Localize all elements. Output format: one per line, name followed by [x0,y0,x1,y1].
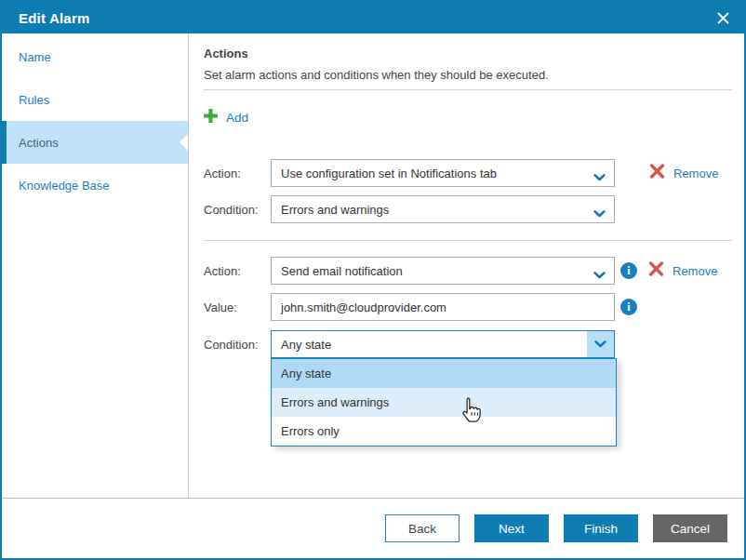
action-dropdown-1[interactable]: Use configuration set in Notifications t… [271,159,615,187]
remove-label: Remove [673,264,717,278]
value-input[interactable] [271,293,615,321]
sidebar-item-label: Rules [19,93,49,107]
option-label: Any state [281,367,331,380]
separator [204,240,732,241]
condition-row-1: Condition: Errors and warnings [204,195,732,223]
next-button[interactable]: Next [474,514,549,542]
condition-dropdown-1[interactable]: Errors and warnings [271,195,615,223]
remove-label: Remove [673,167,718,180]
action-label: Action: [204,167,271,180]
remove-action-2-button[interactable]: Remove [648,261,717,280]
sidebar-item-name[interactable]: Name [2,35,188,78]
value-label: Value: [204,300,271,314]
panel-heading: Actions [204,47,732,60]
remove-action-1-button[interactable]: Remove [649,164,718,182]
edit-alarm-dialog: Edit Alarm Name Rules Actions Knowledge … [0,0,746,560]
dropdown-value: Errors and warnings [281,203,389,217]
plus-icon [204,109,218,127]
option-label: Errors only [281,424,340,438]
info-icon[interactable]: i [620,299,637,315]
dropdown-value: Any state [281,338,331,352]
condition-dropdown-2-open[interactable]: Any state Any state Errors and warnings [271,330,615,358]
sidebar-item-label: Actions [19,136,59,150]
option-errors-only[interactable]: Errors only [272,417,616,446]
action-label: Action: [204,264,271,278]
footer: Back Next Finish Cancel [2,498,744,558]
sidebar-item-label: Name [19,50,51,64]
dialog-title: Edit Alarm [19,10,89,26]
value-row: Value: i [204,293,732,321]
sidebar-item-knowledge-base[interactable]: Knowledge Base [2,164,188,207]
option-any-state[interactable]: Any state [272,359,616,388]
sidebar-item-rules[interactable]: Rules [2,78,188,121]
condition-label: Condition: [204,338,271,352]
sidebar-item-label: Knowledge Base [19,179,110,193]
remove-x-icon [649,164,665,182]
add-label: Add [226,111,248,125]
remove-x-icon [648,261,664,280]
action-row-2: Action: Send email notification i Remove [204,257,732,285]
option-errors-and-warnings[interactable]: Errors and warnings [272,388,616,417]
condition-label: Condition: [204,203,271,217]
option-label: Errors and warnings [281,395,389,409]
finish-button[interactable]: Finish [564,514,638,542]
chevron-zone[interactable] [587,331,614,357]
info-icon[interactable]: i [620,262,637,279]
separator [204,89,732,90]
chevron-down-icon [593,170,606,184]
dropdown-value: Send email notification [281,264,403,278]
dialog-body: Name Rules Actions Knowledge Base Action… [2,33,744,498]
chevron-down-icon [593,268,606,282]
back-button[interactable]: Back [385,514,460,542]
close-icon[interactable] [715,10,730,25]
actions-panel: Actions Set alarm actions and conditions… [189,33,744,498]
condition-row-2: Condition: Any state Any state Errors an… [204,330,732,358]
add-action-button[interactable]: Add [204,109,248,127]
chevron-down-icon [593,207,606,220]
action-row-1: Action: Use configuration set in Notific… [204,159,732,187]
cancel-button[interactable]: Cancel [653,514,727,542]
action-dropdown-2[interactable]: Send email notification [271,257,615,285]
dropdown-value: Use configuration set in Notifications t… [281,167,497,180]
sidebar-item-actions[interactable]: Actions [2,121,188,164]
title-bar: Edit Alarm [2,2,744,33]
panel-description: Set alarm actions and conditions when th… [204,68,732,82]
condition-option-list: Any state Errors and warnings Errors onl… [271,358,617,447]
sidebar: Name Rules Actions Knowledge Base [2,33,189,498]
